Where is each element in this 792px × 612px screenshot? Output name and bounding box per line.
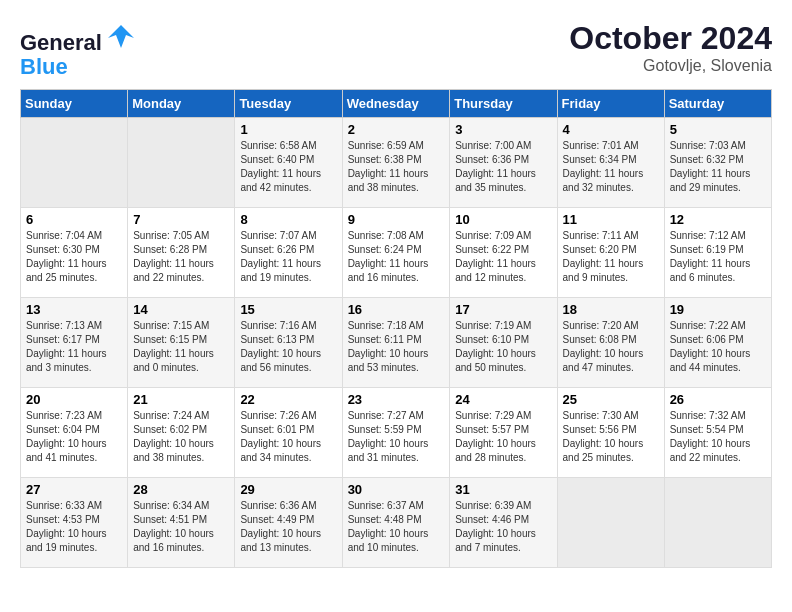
calendar-cell: 8Sunrise: 7:07 AMSunset: 6:26 PMDaylight… [235, 208, 342, 298]
day-info: Sunrise: 7:05 AMSunset: 6:28 PMDaylight:… [133, 229, 229, 285]
day-info: Sunrise: 7:04 AMSunset: 6:30 PMDaylight:… [26, 229, 122, 285]
day-number: 19 [670, 302, 766, 317]
day-number: 9 [348, 212, 445, 227]
calendar-week-row: 13Sunrise: 7:13 AMSunset: 6:17 PMDayligh… [21, 298, 772, 388]
day-info: Sunrise: 7:27 AMSunset: 5:59 PMDaylight:… [348, 409, 445, 465]
day-info: Sunrise: 7:30 AMSunset: 5:56 PMDaylight:… [563, 409, 659, 465]
calendar-cell: 29Sunrise: 6:36 AMSunset: 4:49 PMDayligh… [235, 478, 342, 568]
day-number: 10 [455, 212, 551, 227]
logo-bird-icon [106, 20, 136, 50]
day-info: Sunrise: 7:12 AMSunset: 6:19 PMDaylight:… [670, 229, 766, 285]
day-info: Sunrise: 6:39 AMSunset: 4:46 PMDaylight:… [455, 499, 551, 555]
calendar-cell: 11Sunrise: 7:11 AMSunset: 6:20 PMDayligh… [557, 208, 664, 298]
calendar-week-row: 20Sunrise: 7:23 AMSunset: 6:04 PMDayligh… [21, 388, 772, 478]
day-info: Sunrise: 7:24 AMSunset: 6:02 PMDaylight:… [133, 409, 229, 465]
day-number: 5 [670, 122, 766, 137]
logo: General Blue [20, 20, 136, 79]
day-number: 2 [348, 122, 445, 137]
column-header-friday: Friday [557, 90, 664, 118]
calendar-cell: 14Sunrise: 7:15 AMSunset: 6:15 PMDayligh… [128, 298, 235, 388]
day-info: Sunrise: 6:59 AMSunset: 6:38 PMDaylight:… [348, 139, 445, 195]
day-number: 1 [240, 122, 336, 137]
day-info: Sunrise: 7:11 AMSunset: 6:20 PMDaylight:… [563, 229, 659, 285]
page-header: General Blue October 2024 Gotovlje, Slov… [20, 20, 772, 79]
day-number: 20 [26, 392, 122, 407]
day-number: 3 [455, 122, 551, 137]
day-info: Sunrise: 7:22 AMSunset: 6:06 PMDaylight:… [670, 319, 766, 375]
calendar-cell: 30Sunrise: 6:37 AMSunset: 4:48 PMDayligh… [342, 478, 450, 568]
calendar-header-row: SundayMondayTuesdayWednesdayThursdayFrid… [21, 90, 772, 118]
day-number: 13 [26, 302, 122, 317]
calendar-cell: 24Sunrise: 7:29 AMSunset: 5:57 PMDayligh… [450, 388, 557, 478]
calendar-cell: 20Sunrise: 7:23 AMSunset: 6:04 PMDayligh… [21, 388, 128, 478]
day-info: Sunrise: 7:19 AMSunset: 6:10 PMDaylight:… [455, 319, 551, 375]
day-info: Sunrise: 7:32 AMSunset: 5:54 PMDaylight:… [670, 409, 766, 465]
calendar-cell: 2Sunrise: 6:59 AMSunset: 6:38 PMDaylight… [342, 118, 450, 208]
calendar-cell [21, 118, 128, 208]
day-number: 21 [133, 392, 229, 407]
calendar-cell: 10Sunrise: 7:09 AMSunset: 6:22 PMDayligh… [450, 208, 557, 298]
calendar-week-row: 6Sunrise: 7:04 AMSunset: 6:30 PMDaylight… [21, 208, 772, 298]
day-info: Sunrise: 7:29 AMSunset: 5:57 PMDaylight:… [455, 409, 551, 465]
day-info: Sunrise: 7:09 AMSunset: 6:22 PMDaylight:… [455, 229, 551, 285]
column-header-thursday: Thursday [450, 90, 557, 118]
day-number: 24 [455, 392, 551, 407]
day-info: Sunrise: 7:16 AMSunset: 6:13 PMDaylight:… [240, 319, 336, 375]
day-info: Sunrise: 7:07 AMSunset: 6:26 PMDaylight:… [240, 229, 336, 285]
day-number: 14 [133, 302, 229, 317]
day-number: 23 [348, 392, 445, 407]
day-info: Sunrise: 7:26 AMSunset: 6:01 PMDaylight:… [240, 409, 336, 465]
day-number: 16 [348, 302, 445, 317]
location: Gotovlje, Slovenia [569, 57, 772, 75]
calendar-cell: 12Sunrise: 7:12 AMSunset: 6:19 PMDayligh… [664, 208, 771, 298]
calendar-cell: 1Sunrise: 6:58 AMSunset: 6:40 PMDaylight… [235, 118, 342, 208]
month-title: October 2024 [569, 20, 772, 57]
day-number: 27 [26, 482, 122, 497]
day-info: Sunrise: 6:34 AMSunset: 4:51 PMDaylight:… [133, 499, 229, 555]
calendar-cell: 15Sunrise: 7:16 AMSunset: 6:13 PMDayligh… [235, 298, 342, 388]
calendar-cell: 26Sunrise: 7:32 AMSunset: 5:54 PMDayligh… [664, 388, 771, 478]
calendar-cell: 23Sunrise: 7:27 AMSunset: 5:59 PMDayligh… [342, 388, 450, 478]
day-info: Sunrise: 7:13 AMSunset: 6:17 PMDaylight:… [26, 319, 122, 375]
calendar-cell: 17Sunrise: 7:19 AMSunset: 6:10 PMDayligh… [450, 298, 557, 388]
day-info: Sunrise: 7:00 AMSunset: 6:36 PMDaylight:… [455, 139, 551, 195]
calendar-cell: 5Sunrise: 7:03 AMSunset: 6:32 PMDaylight… [664, 118, 771, 208]
day-info: Sunrise: 7:23 AMSunset: 6:04 PMDaylight:… [26, 409, 122, 465]
calendar-cell: 19Sunrise: 7:22 AMSunset: 6:06 PMDayligh… [664, 298, 771, 388]
logo-general: General [20, 30, 102, 55]
calendar-cell [557, 478, 664, 568]
day-info: Sunrise: 7:18 AMSunset: 6:11 PMDaylight:… [348, 319, 445, 375]
day-info: Sunrise: 7:01 AMSunset: 6:34 PMDaylight:… [563, 139, 659, 195]
calendar-cell: 31Sunrise: 6:39 AMSunset: 4:46 PMDayligh… [450, 478, 557, 568]
calendar-cell: 28Sunrise: 6:34 AMSunset: 4:51 PMDayligh… [128, 478, 235, 568]
day-info: Sunrise: 7:03 AMSunset: 6:32 PMDaylight:… [670, 139, 766, 195]
day-number: 22 [240, 392, 336, 407]
calendar-week-row: 1Sunrise: 6:58 AMSunset: 6:40 PMDaylight… [21, 118, 772, 208]
day-info: Sunrise: 7:15 AMSunset: 6:15 PMDaylight:… [133, 319, 229, 375]
calendar-cell: 9Sunrise: 7:08 AMSunset: 6:24 PMDaylight… [342, 208, 450, 298]
calendar-week-row: 27Sunrise: 6:33 AMSunset: 4:53 PMDayligh… [21, 478, 772, 568]
calendar-cell: 7Sunrise: 7:05 AMSunset: 6:28 PMDaylight… [128, 208, 235, 298]
calendar-cell: 13Sunrise: 7:13 AMSunset: 6:17 PMDayligh… [21, 298, 128, 388]
day-number: 29 [240, 482, 336, 497]
column-header-wednesday: Wednesday [342, 90, 450, 118]
day-number: 18 [563, 302, 659, 317]
calendar-cell: 21Sunrise: 7:24 AMSunset: 6:02 PMDayligh… [128, 388, 235, 478]
day-number: 4 [563, 122, 659, 137]
calendar-cell: 16Sunrise: 7:18 AMSunset: 6:11 PMDayligh… [342, 298, 450, 388]
calendar-cell: 22Sunrise: 7:26 AMSunset: 6:01 PMDayligh… [235, 388, 342, 478]
calendar-cell [664, 478, 771, 568]
calendar-cell: 27Sunrise: 6:33 AMSunset: 4:53 PMDayligh… [21, 478, 128, 568]
day-info: Sunrise: 6:36 AMSunset: 4:49 PMDaylight:… [240, 499, 336, 555]
title-block: October 2024 Gotovlje, Slovenia [569, 20, 772, 75]
day-number: 12 [670, 212, 766, 227]
day-info: Sunrise: 6:58 AMSunset: 6:40 PMDaylight:… [240, 139, 336, 195]
day-number: 28 [133, 482, 229, 497]
logo-blue: Blue [20, 54, 68, 79]
day-number: 15 [240, 302, 336, 317]
calendar-cell: 25Sunrise: 7:30 AMSunset: 5:56 PMDayligh… [557, 388, 664, 478]
calendar-table: SundayMondayTuesdayWednesdayThursdayFrid… [20, 89, 772, 568]
calendar-cell: 18Sunrise: 7:20 AMSunset: 6:08 PMDayligh… [557, 298, 664, 388]
day-number: 11 [563, 212, 659, 227]
day-number: 31 [455, 482, 551, 497]
